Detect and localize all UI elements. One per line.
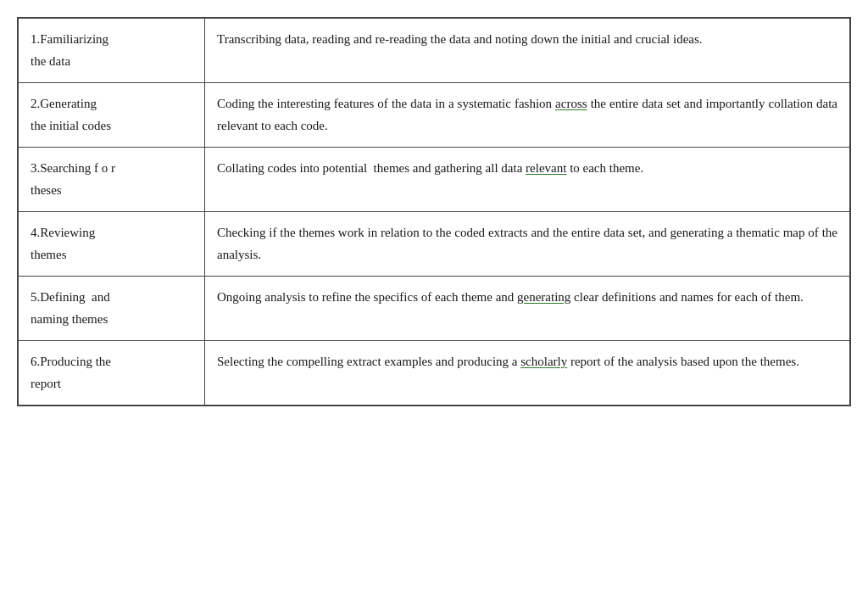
phase-label: 4.Reviewingthemes xyxy=(19,212,205,277)
phase-description: Coding the interesting features of the d… xyxy=(205,83,850,148)
underline-word: scholarly xyxy=(520,355,567,368)
phase-label: 6.Producing thereport xyxy=(19,341,205,406)
phase-description: Selecting the compelling extract example… xyxy=(205,341,850,406)
main-table-wrapper: 1.Familiarizingthe data Transcribing dat… xyxy=(17,17,851,406)
phase-label: 3.Searching f o rtheses xyxy=(19,148,205,212)
phase-label: 2.Generatingthe initial codes xyxy=(19,83,205,148)
phases-table: 1.Familiarizingthe data Transcribing dat… xyxy=(18,18,850,406)
phase-description: Collating codes into potential themes an… xyxy=(205,148,850,212)
table-row: 5.Defining andnaming themes Ongoing anal… xyxy=(19,277,850,341)
table-row: 3.Searching f o rtheses Collating codes … xyxy=(19,148,850,212)
table-row: 6.Producing thereport Selecting the comp… xyxy=(19,341,850,406)
table-row: 2.Generatingthe initial codes Coding the… xyxy=(19,83,850,148)
phase-label: 5.Defining andnaming themes xyxy=(19,277,205,341)
phase-label: 1.Familiarizingthe data xyxy=(19,19,205,83)
underline-word: across xyxy=(555,97,587,110)
underline-word: generating xyxy=(517,290,570,304)
phase-description: Ongoing analysis to refine the specifics… xyxy=(205,277,850,341)
table-row: 1.Familiarizingthe data Transcribing dat… xyxy=(19,19,850,83)
phase-description: Checking if the themes work in relation … xyxy=(205,212,850,277)
phase-description: Transcribing data, reading and re-readin… xyxy=(205,19,850,83)
underline-word: relevant xyxy=(526,161,566,175)
table-row: 4.Reviewingthemes Checking if the themes… xyxy=(19,212,850,277)
